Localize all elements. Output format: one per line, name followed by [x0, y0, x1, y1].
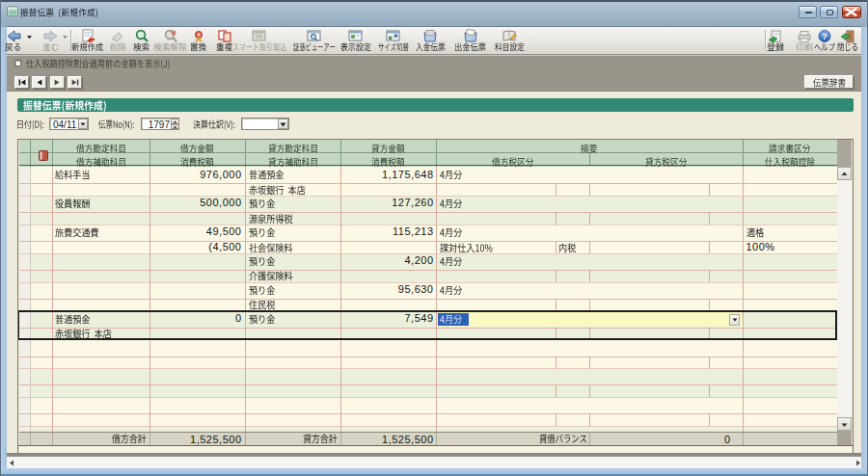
svg-text:?: ?	[822, 31, 827, 41]
